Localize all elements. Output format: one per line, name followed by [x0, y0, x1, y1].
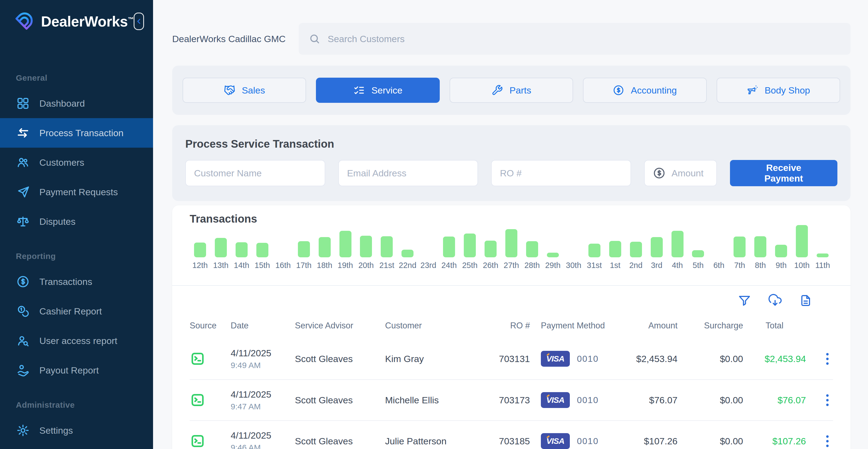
row-menu-button[interactable] — [826, 353, 833, 365]
terminal-icon — [190, 351, 206, 367]
chart-bar — [319, 237, 331, 257]
sidebar-item-label: Transactions — [39, 276, 92, 287]
customer-search-bar[interactable] — [299, 23, 850, 55]
visa-badge: VISA — [541, 351, 570, 367]
chart-bar-column — [190, 225, 211, 257]
amount-input[interactable] — [672, 168, 708, 179]
surcharge: $0.00 — [678, 354, 743, 364]
main-content: DealerWorks Cadillac GMC Sales Service — [153, 0, 868, 449]
document-icon[interactable] — [799, 294, 812, 307]
sidebar-collapse-button[interactable] — [134, 12, 144, 30]
table-row[interactable]: 4/11/2025 9:49 AM Scott Gleaves Kim Gray… — [190, 338, 833, 379]
sidebar-item-user-access-report[interactable]: User access report — [0, 326, 153, 356]
col-customer: Customer — [385, 321, 475, 331]
row-menu-button[interactable] — [826, 435, 833, 447]
ro-number-field[interactable] — [491, 160, 631, 186]
surcharge: $0.00 — [678, 395, 743, 406]
chart-bar-column — [439, 225, 459, 257]
amount-field[interactable] — [644, 160, 717, 186]
transaction-form-row: Receive Payment — [185, 160, 837, 186]
chart-bar — [505, 229, 517, 257]
chart-bar — [381, 236, 393, 257]
sidebar-item-cashier-report[interactable]: Cashier Report — [0, 296, 153, 326]
chart-bar — [734, 237, 746, 257]
sidebar-item-payout-report[interactable]: Payout Report — [0, 356, 153, 385]
transaction-date: 4/11/2025 — [231, 389, 295, 400]
dollar-circle-icon — [17, 275, 30, 288]
customer-name: Michelle Ellis — [385, 395, 475, 406]
service-advisor: Scott Gleaves — [295, 436, 385, 447]
chart-bar — [754, 236, 766, 257]
table-row[interactable]: 4/11/2025 9:46 AM Scott Gleaves Julie Pa… — [190, 420, 833, 449]
cloud-download-icon[interactable] — [769, 294, 782, 307]
tab-label: Parts — [509, 85, 531, 96]
sidebar-item-disputes[interactable]: Disputes — [0, 207, 153, 236]
surcharge: $0.00 — [678, 436, 743, 447]
chart-bar-label: 25th — [459, 261, 480, 270]
email-field[interactable] — [338, 160, 478, 186]
tab-accounting[interactable]: Accounting — [583, 78, 707, 103]
sidebar-item-payment-requests[interactable]: Payment Requests — [0, 177, 153, 207]
chart-bar-label: 16th — [273, 261, 293, 270]
col-total: Total — [743, 321, 806, 331]
customer-name-field[interactable] — [185, 160, 325, 186]
tab-service[interactable]: Service — [316, 78, 439, 103]
col-ro: RO # — [475, 321, 530, 331]
section-label-reporting: Reporting — [16, 251, 153, 261]
total: $76.07 — [743, 395, 806, 406]
chart-bar-label: 20th — [356, 261, 377, 270]
amount: $2,453.94 — [620, 354, 678, 364]
chart-bar-label: 18th — [314, 261, 335, 270]
chart-bar-label: 10th — [792, 261, 812, 270]
sidebar-item-label: Customers — [39, 157, 84, 168]
total: $107.26 — [743, 436, 806, 447]
sidebar: DealerWorks™ General Dashboard Process T… — [0, 0, 153, 449]
sidebar-item-customers[interactable]: Customers — [0, 148, 153, 177]
sidebar-item-label: Cashier Report — [39, 306, 102, 317]
service-advisor: Scott Gleaves — [295, 395, 385, 406]
chart-bar-label: 15th — [252, 261, 273, 270]
receive-payment-button[interactable]: Receive Payment — [730, 160, 837, 186]
filter-icon[interactable] — [738, 294, 751, 307]
sidebar-item-label: Payout Report — [39, 365, 99, 376]
chart-bar-label: 5th — [688, 261, 709, 270]
transaction-time: 9:46 AM — [231, 443, 295, 449]
tab-label: Service — [371, 85, 402, 96]
tab-parts[interactable]: Parts — [450, 78, 573, 103]
chart-bar-column — [708, 225, 729, 257]
chart-bar-label: 6th — [708, 261, 729, 270]
chart-bar-column — [335, 225, 356, 257]
tab-sales[interactable]: Sales — [183, 78, 306, 103]
table-row[interactable]: 4/11/2025 9:47 AM Scott Gleaves Michelle… — [190, 379, 833, 420]
chart-bar — [672, 231, 684, 257]
ro-number-input[interactable] — [500, 168, 622, 179]
col-payment-method: Payment Method — [530, 321, 620, 331]
dealership-name: DealerWorks Cadillac GMC — [172, 34, 286, 44]
search-input[interactable] — [328, 34, 841, 44]
chart-bar-label: 1st — [605, 261, 626, 270]
sidebar-item-label: Process Transaction — [39, 128, 124, 138]
chart-bar — [443, 237, 455, 257]
customer-name-input[interactable] — [194, 168, 316, 179]
email-input[interactable] — [347, 168, 469, 179]
chart-bar — [547, 253, 559, 257]
chart-bar-label: 24th — [439, 261, 459, 270]
visa-badge: VISA — [541, 433, 570, 449]
department-tabs: Sales Service Parts Accounting Body — [172, 66, 850, 115]
sidebar-item-settings[interactable]: Settings — [0, 416, 153, 445]
col-source: Source — [190, 321, 231, 331]
row-menu-button[interactable] — [826, 394, 833, 406]
visa-badge: VISA — [541, 392, 570, 408]
sidebar-item-process-transaction[interactable]: Process Transaction — [0, 118, 153, 148]
payment-method-cell: VISA 0010 — [530, 351, 620, 367]
chart-bar — [485, 241, 497, 257]
tab-body-shop[interactable]: Body Shop — [717, 78, 840, 103]
chart-bar-column — [522, 225, 542, 257]
chart-bar-label: 12th — [190, 261, 211, 270]
chart-bar-column — [667, 225, 688, 257]
panel-title: Process Service Transaction — [185, 138, 837, 150]
chart-bar-label: 13th — [211, 261, 231, 270]
sidebar-item-dashboard[interactable]: Dashboard — [0, 89, 153, 118]
sidebar-item-transactions[interactable]: Transactions — [0, 267, 153, 296]
chart-bar-column — [750, 225, 771, 257]
